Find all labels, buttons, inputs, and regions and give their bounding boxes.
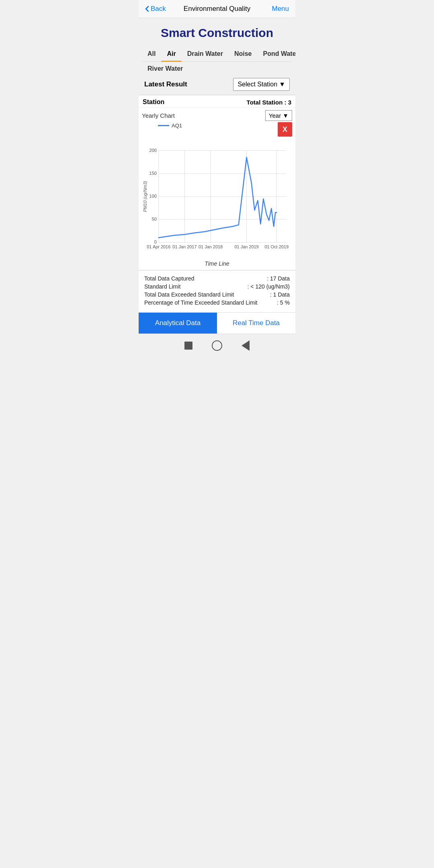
stat-key-2: Total Data Exceeded Standard Limit xyxy=(144,291,234,298)
page-title-section: Smart Construction xyxy=(139,18,295,46)
stat-row-1: Standard Limit : < 120 (ug/Nm3) xyxy=(144,283,290,290)
stat-row-2: Total Data Exceeded Standard Limit : 1 D… xyxy=(144,291,290,298)
chart-section: Station Total Station : 3 Yearly Chart Y… xyxy=(139,95,295,270)
stat-val-1: : < 120 (ug/Nm3) xyxy=(248,283,290,290)
svg-text:01 Jan 2017: 01 Jan 2017 xyxy=(172,244,197,249)
chart-inner: Yearly Chart Year ▼ X AQ1 xyxy=(139,108,295,270)
stat-key-3: Percentage of Time Exceeded Standard Lim… xyxy=(144,299,258,306)
tab-pond-water[interactable]: Pond Water xyxy=(257,46,295,61)
aq1-chart-line xyxy=(159,158,276,238)
menu-button[interactable]: Menu xyxy=(272,5,289,13)
svg-text:200: 200 xyxy=(149,148,157,153)
chart-legend: AQ1 xyxy=(158,123,292,129)
latest-result-bar: Latest Result Select Station ▼ xyxy=(139,74,295,95)
analytical-data-button[interactable]: Analytical Data xyxy=(139,313,217,334)
stat-key-1: Standard Limit xyxy=(144,283,180,290)
year-select-dropdown[interactable]: Year ▼ xyxy=(265,110,292,121)
header-title: Environmental Quality xyxy=(184,5,250,13)
page-title: Smart Construction xyxy=(145,26,289,40)
svg-text:50: 50 xyxy=(152,217,157,221)
stat-val-2: : 1 Data xyxy=(270,291,290,298)
svg-text:01 Oct 2019: 01 Oct 2019 xyxy=(264,244,289,249)
svg-text:150: 150 xyxy=(149,171,157,176)
back-label: Back xyxy=(151,5,166,13)
nav-home-icon[interactable] xyxy=(212,340,222,351)
chart-header: Station Total Station : 3 xyxy=(139,95,295,108)
legend-label-aq1: AQ1 xyxy=(172,123,182,129)
total-station: Total Station : 3 xyxy=(247,99,291,106)
stats-section: Total Data Captured : 17 Data Standard L… xyxy=(139,270,295,312)
svg-text:01 Jan 2018: 01 Jan 2018 xyxy=(199,244,223,249)
svg-text:PM10 (ug/Nm3): PM10 (ug/Nm3) xyxy=(143,181,147,212)
tab-air[interactable]: Air xyxy=(161,46,181,61)
stat-val-3: : 5 % xyxy=(277,299,290,306)
select-station-arrow: ▼ xyxy=(279,81,285,88)
svg-text:01 Jan 2019: 01 Jan 2019 xyxy=(234,244,258,249)
chart-top-row: Yearly Chart Year ▼ xyxy=(142,110,292,121)
tabs-row2: River Water xyxy=(142,62,292,74)
chart-svg: 200 150 100 50 0 01 Apr 2016 01 Jan 2017… xyxy=(143,130,291,259)
select-station-label: Select Station xyxy=(237,81,277,88)
stat-row-3: Percentage of Time Exceeded Standard Lim… xyxy=(144,299,290,306)
bottom-buttons: Analytical Data Real Time Data xyxy=(139,312,295,334)
stat-key-0: Total Data Captured xyxy=(144,275,194,282)
nav-back-icon[interactable] xyxy=(242,340,250,351)
close-button[interactable]: X xyxy=(278,122,292,137)
yearly-chart-label: Yearly Chart xyxy=(142,112,175,119)
year-arrow: ▼ xyxy=(283,112,289,119)
tabs-section: All Air Drain Water Noise Pond Water Riv… xyxy=(139,46,295,74)
station-label: Station xyxy=(143,98,164,106)
svg-text:0: 0 xyxy=(154,240,157,244)
realtime-data-button[interactable]: Real Time Data xyxy=(217,313,295,334)
chart-svg-container: 200 150 100 50 0 01 Apr 2016 01 Jan 2017… xyxy=(142,130,292,259)
tabs-row1: All Air Drain Water Noise Pond Water xyxy=(142,46,292,62)
back-button[interactable]: Back xyxy=(145,5,166,13)
timeline-label: Time Line xyxy=(142,259,292,270)
chevron-left-icon xyxy=(145,6,149,12)
svg-text:100: 100 xyxy=(149,194,157,199)
system-navbar xyxy=(139,334,295,359)
tab-drain-water[interactable]: Drain Water xyxy=(182,46,229,61)
svg-text:01 Apr 2016: 01 Apr 2016 xyxy=(147,244,170,249)
header: Back Environmental Quality Menu xyxy=(139,0,295,18)
year-label: Year xyxy=(269,112,281,119)
select-station-dropdown[interactable]: Select Station ▼ xyxy=(233,78,290,91)
nav-square-icon[interactable] xyxy=(184,342,192,350)
tab-noise[interactable]: Noise xyxy=(229,46,258,61)
stat-row-0: Total Data Captured : 17 Data xyxy=(144,275,290,282)
tab-all[interactable]: All xyxy=(142,46,161,61)
tab-river-water[interactable]: River Water xyxy=(147,65,183,72)
latest-result-label: Latest Result xyxy=(144,80,187,88)
legend-line-aq1 xyxy=(158,125,169,126)
stat-val-0: : 17 Data xyxy=(267,275,290,282)
